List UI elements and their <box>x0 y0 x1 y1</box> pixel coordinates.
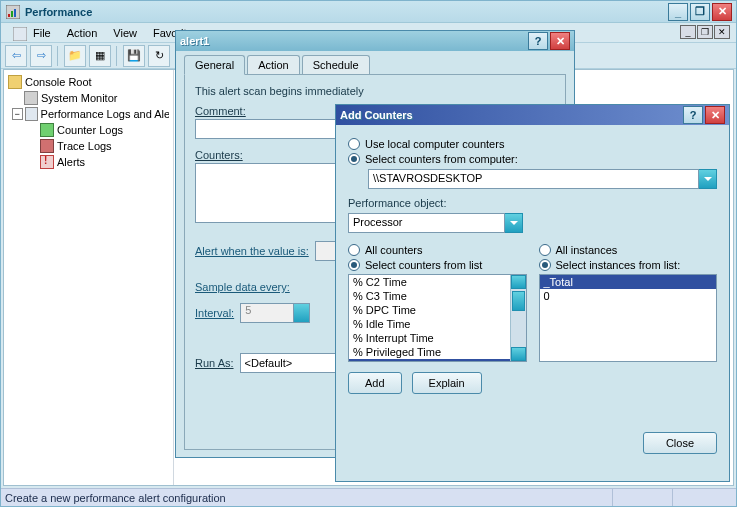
menu-view[interactable]: View <box>105 25 145 41</box>
radio-icon <box>348 259 360 271</box>
tree-logs-label: Performance Logs and Alerts <box>41 108 169 120</box>
help-button[interactable]: ? <box>528 32 548 50</box>
alert-icon <box>40 155 54 169</box>
radio-all-instances[interactable]: All instances <box>539 244 718 256</box>
add-button[interactable]: Add <box>348 372 402 394</box>
list-item[interactable]: % DPC Time <box>349 303 526 317</box>
folder-icon <box>8 75 22 89</box>
menu-action[interactable]: Action <box>59 25 106 41</box>
statusbar: Create a new performance alert configura… <box>1 488 736 506</box>
console-tree[interactable]: Console Root System Monitor − Performanc… <box>4 70 174 485</box>
radio-icon <box>348 244 360 256</box>
radio-icon <box>539 259 551 271</box>
list-item[interactable]: % Idle Time <box>349 317 526 331</box>
tree-perf-logs[interactable]: − Performance Logs and Alerts <box>8 106 169 122</box>
list-item[interactable]: % Interrupt Time <box>349 331 526 345</box>
mdi-close[interactable]: ✕ <box>714 25 730 39</box>
tree-alerts[interactable]: Alerts <box>8 154 169 170</box>
instances-list[interactable]: _Total 0 <box>539 274 718 362</box>
radio-icon <box>348 138 360 150</box>
tab-schedule[interactable]: Schedule <box>302 55 370 75</box>
logs-icon <box>25 107 38 121</box>
addc-titlebar[interactable]: Add Counters ? ✕ <box>336 105 729 125</box>
tree-trace-label: Trace Logs <box>57 140 112 152</box>
properties-button[interactable]: ▦ <box>89 45 111 67</box>
close-button[interactable]: ✕ <box>712 3 732 21</box>
tree-monitor-label: System Monitor <box>41 92 117 104</box>
up-button[interactable]: 📁 <box>64 45 86 67</box>
list-item[interactable]: % Privileged Time <box>349 345 526 359</box>
all-instances-label: All instances <box>556 244 618 256</box>
interval-label: Interval: <box>195 307 234 319</box>
scrollbar[interactable] <box>510 275 526 361</box>
menu-file[interactable]: File <box>25 25 59 41</box>
status-text: Create a new performance alert configura… <box>5 492 612 504</box>
radio-icon <box>539 244 551 256</box>
explain-button[interactable]: Explain <box>412 372 482 394</box>
perf-object-dropdown-button[interactable] <box>505 213 523 233</box>
add-counters-dialog: Add Counters ? ✕ Use local computer coun… <box>335 104 730 482</box>
main-titlebar: Performance _ ❐ ✕ <box>1 1 736 23</box>
close-button[interactable]: Close <box>643 432 717 454</box>
computer-combo[interactable]: \\STAVROSDESKTOP <box>368 169 699 189</box>
alert-when-label: Alert when the value is: <box>195 245 309 257</box>
forward-button[interactable]: ⇨ <box>30 45 52 67</box>
radio-icon <box>348 153 360 165</box>
counter-icon <box>40 123 54 137</box>
radio-select-instances[interactable]: Select instances from list: <box>539 259 718 271</box>
main-title: Performance <box>25 6 668 18</box>
use-local-label: Use local computer counters <box>365 138 504 150</box>
menu-icon <box>5 25 21 41</box>
mdi-minimize[interactable]: _ <box>680 25 696 39</box>
minimize-button[interactable]: _ <box>668 3 688 21</box>
tree-system-monitor[interactable]: System Monitor <box>8 90 169 106</box>
alert1-titlebar[interactable]: alert1 ? ✕ <box>176 31 574 51</box>
sel-counters-label: Select counters from list <box>365 259 482 271</box>
export-button[interactable]: 💾 <box>123 45 145 67</box>
alert1-title: alert1 <box>180 35 528 47</box>
list-item[interactable]: % C2 Time <box>349 275 526 289</box>
svg-rect-3 <box>14 9 16 17</box>
mdi-restore[interactable]: ❐ <box>697 25 713 39</box>
list-item[interactable]: % Processor Time <box>349 359 526 362</box>
perf-object-combo[interactable]: Processor <box>348 213 505 233</box>
collapse-icon[interactable]: − <box>12 108 23 120</box>
tab-action[interactable]: Action <box>247 55 300 75</box>
addc-help-button[interactable]: ? <box>683 106 703 124</box>
maximize-button[interactable]: ❐ <box>690 3 710 21</box>
counters-list[interactable]: % C2 Time % C3 Time % DPC Time % Idle Ti… <box>348 274 527 362</box>
tab-general[interactable]: General <box>184 55 245 75</box>
alert1-close-button[interactable]: ✕ <box>550 32 570 50</box>
trace-icon <box>40 139 54 153</box>
computer-dropdown-button[interactable] <box>699 169 717 189</box>
addc-title: Add Counters <box>340 109 683 121</box>
radio-all-counters[interactable]: All counters <box>348 244 527 256</box>
list-item[interactable]: 0 <box>540 289 717 303</box>
list-item[interactable]: _Total <box>540 275 717 289</box>
back-button[interactable]: ⇦ <box>5 45 27 67</box>
interval-input[interactable]: 5 <box>240 303 310 323</box>
runas-label: Run As: <box>195 357 234 369</box>
all-counters-label: All counters <box>365 244 422 256</box>
monitor-icon <box>24 91 38 105</box>
svg-rect-2 <box>11 11 13 17</box>
select-comp-label: Select counters from computer: <box>365 153 518 165</box>
app-icon <box>5 4 21 20</box>
addc-close-x[interactable]: ✕ <box>705 106 725 124</box>
list-item[interactable]: % C3 Time <box>349 289 526 303</box>
svg-rect-1 <box>8 14 10 17</box>
radio-select-counters[interactable]: Select counters from list <box>348 259 527 271</box>
radio-use-local[interactable]: Use local computer counters <box>348 138 717 150</box>
tree-trace-logs[interactable]: Trace Logs <box>8 138 169 154</box>
tree-alerts-label: Alerts <box>57 156 85 168</box>
perf-object-label: Performance object: <box>348 197 717 209</box>
tree-root-label: Console Root <box>25 76 92 88</box>
radio-select-computer[interactable]: Select counters from computer: <box>348 153 717 165</box>
sel-instances-label: Select instances from list: <box>556 259 681 271</box>
tree-counter-label: Counter Logs <box>57 124 123 136</box>
tree-root[interactable]: Console Root <box>8 74 169 90</box>
scan-text: This alert scan begins immediately <box>195 85 555 97</box>
tree-counter-logs[interactable]: Counter Logs <box>8 122 169 138</box>
refresh-button[interactable]: ↻ <box>148 45 170 67</box>
